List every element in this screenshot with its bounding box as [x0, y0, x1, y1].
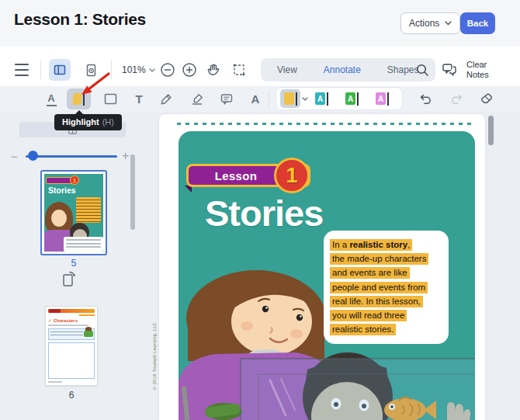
undo-button[interactable] [414, 89, 436, 109]
annotation-toolbar: A T [0, 86, 520, 112]
chevron-down-icon [445, 21, 452, 26]
mini-cover-title: Stories [48, 186, 76, 195]
marquee-select-button[interactable] [231, 62, 247, 78]
page-thumbnail-6[interactable]: ✓ Characters [45, 306, 98, 386]
intro-text-card: In a realistic story, the made-up charac… [324, 231, 449, 344]
marquee-icon [232, 63, 246, 77]
search-button[interactable] [413, 61, 432, 79]
slider-track[interactable] [26, 155, 117, 158]
zoom-out-icon [160, 62, 175, 78]
swatch-highlight-yellow[interactable] [280, 89, 300, 108]
eraser-button[interactable] [475, 89, 497, 109]
cover-title: Stories [205, 192, 323, 234]
underline-icon: A [47, 92, 54, 104]
page-number-6[interactable]: 6 [45, 390, 98, 401]
tab-annotate[interactable]: Annotate [310, 58, 374, 82]
cover-art: Lesson 1 Stories In a realistic story, t… [179, 131, 475, 420]
highlight-tool-button[interactable] [67, 89, 91, 109]
swatch-text-pink[interactable]: A [376, 89, 389, 108]
document-page[interactable]: Lesson 1 Stories In a realistic story, t… [159, 114, 485, 420]
highlight-icon [72, 93, 82, 105]
chevron-down-icon [302, 97, 308, 101]
tooltip: Highlight(H) [54, 114, 122, 130]
pan-tool-button[interactable] [205, 61, 222, 78]
app-window: Lesson 1: Stories Actions Back 101% [0, 0, 520, 420]
intro-line: people and events from [330, 280, 442, 294]
comments-icon [441, 62, 458, 78]
swatch-dropdown-chevron[interactable] [302, 89, 308, 108]
rotate-page-button[interactable] [61, 269, 78, 288]
lesson-banner: Lesson 1 [186, 162, 310, 189]
color-swatch-group: A A A [276, 87, 403, 110]
lesson-number-badge: 1 [274, 158, 310, 193]
slider-handle[interactable] [28, 151, 38, 161]
intro-line: and events are like [330, 266, 442, 279]
intro-line: realistic stories. [330, 322, 442, 336]
actions-button-label: Actions [409, 18, 439, 29]
undo-icon [418, 92, 433, 106]
marker-tool-button[interactable] [186, 89, 208, 109]
rectangle-tool-button[interactable] [99, 89, 121, 109]
font-tool-button[interactable]: A [244, 89, 266, 109]
divider [40, 61, 41, 79]
actions-button[interactable]: Actions [400, 12, 460, 34]
teal-color-chip: A [315, 92, 325, 105]
document-scrollbar[interactable] [488, 116, 494, 145]
search-icon [415, 63, 430, 78]
mini-page6-heading: ✓ Characters [48, 318, 95, 323]
text-tool-button[interactable]: T [128, 89, 150, 109]
zoom-out-button[interactable] [160, 62, 175, 78]
zoom-in-button[interactable] [182, 62, 197, 78]
clear-notes-button[interactable]: Clear Notes [466, 60, 496, 80]
back-button[interactable]: Back [460, 12, 495, 34]
redo-button[interactable] [445, 89, 467, 109]
zoom-level-value: 101% [122, 64, 146, 75]
hand-icon [206, 62, 221, 78]
mini-highlight-box [76, 197, 101, 223]
underline-tool-button[interactable]: A [40, 89, 62, 109]
chevron-down-icon [149, 68, 155, 72]
thumbnail-zoom-slider: − + [11, 149, 129, 163]
copyright-text: © 2016 Triumph Learning, LLC [152, 322, 157, 390]
pen-tool-button[interactable] [155, 89, 177, 109]
tooltip-title: Highlight [62, 117, 99, 127]
sidebar-toggle-button[interactable] [49, 59, 71, 81]
slider-plus[interactable]: + [122, 149, 129, 163]
zoom-level-dropdown[interactable]: 101% [122, 59, 155, 81]
comments-button[interactable] [439, 61, 459, 79]
intro-line: real life. In this lesson, [330, 294, 442, 308]
highlight-color-chip [284, 92, 294, 105]
workspace: − + 1 Stories 5 [0, 112, 520, 420]
document-preview-button[interactable] [80, 59, 102, 81]
rectangle-icon [104, 93, 117, 105]
divider [111, 61, 112, 79]
pink-color-chip: A [376, 92, 386, 105]
dotted-border [177, 123, 475, 125]
page-number-5[interactable]: 5 [40, 258, 107, 269]
intro-line: In a realistic story, [330, 238, 442, 252]
note-tool-button[interactable] [216, 89, 237, 109]
menu-button[interactable] [14, 64, 29, 76]
intro-line: the made-up characters [330, 252, 442, 266]
sidebar-toggle-icon [53, 63, 67, 77]
note-icon [220, 92, 234, 106]
green-color-chip: A [345, 92, 355, 105]
swatch-text-green[interactable]: A [345, 89, 359, 108]
zoom-in-icon [182, 62, 197, 78]
redo-icon [449, 92, 464, 106]
tab-view[interactable]: View [264, 58, 310, 82]
toolbar: 101% View An [0, 47, 520, 112]
swatch-text-teal[interactable]: A [315, 89, 328, 108]
page-title: Lesson 1: Stories [14, 10, 146, 29]
lesson-banner-label: Lesson [186, 164, 286, 187]
tooltip-shortcut: (H) [102, 117, 114, 127]
mode-tabs: View Annotate Shapes [261, 58, 435, 82]
slider-minus[interactable]: − [11, 150, 18, 163]
page-thumbnail-5[interactable]: 1 Stories [40, 170, 107, 255]
pen-icon [159, 92, 173, 106]
mini-lesson-number: 1 [70, 175, 79, 185]
intro-line: you will read three [330, 308, 442, 322]
marker-icon [190, 92, 204, 106]
eraser-icon [479, 92, 494, 106]
sidebar-scrollbar[interactable] [130, 154, 135, 230]
